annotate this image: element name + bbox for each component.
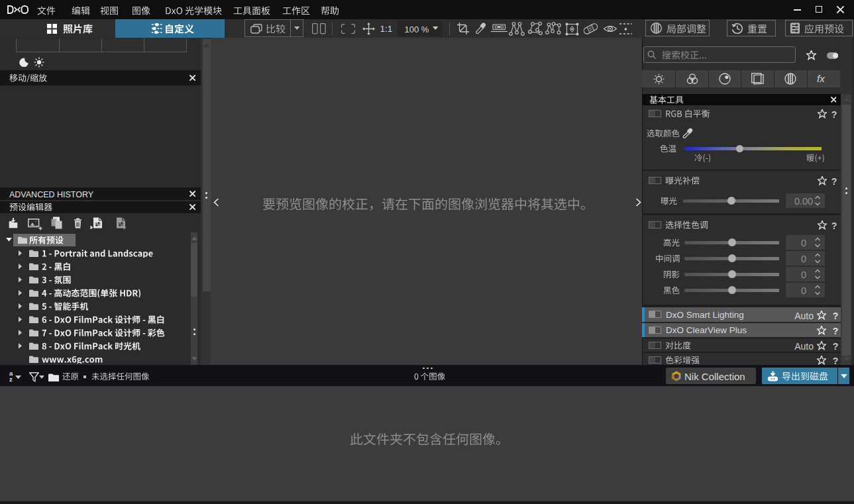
svg-text:fx: fx: [817, 73, 825, 84]
